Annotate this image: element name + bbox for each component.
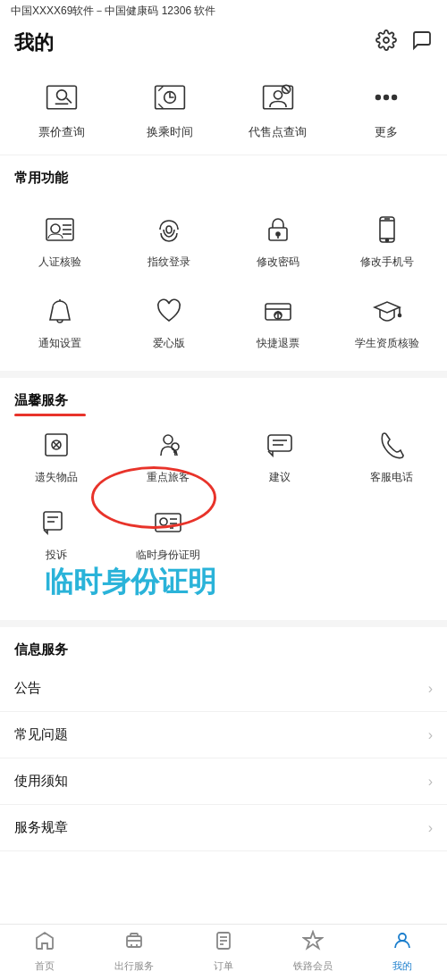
key-passenger-label: 重点旅客 [147, 470, 190, 485]
faq-label: 常见问题 [14, 726, 68, 743]
func-quick-refund[interactable]: 快捷退票 [225, 282, 331, 360]
ticket-price-label: 票价查询 [38, 124, 85, 140]
annotation-text-row: 临时身份证明 [0, 572, 447, 616]
svg-point-38 [172, 443, 179, 450]
func-suggestion[interactable]: 建议 [224, 416, 335, 494]
svg-rect-44 [44, 512, 62, 530]
quick-refund-icon [258, 291, 298, 331]
func-id-verify[interactable]: 人证核验 [7, 201, 113, 279]
agent-label: 代售点查询 [249, 124, 307, 140]
warm-services-section: 温馨服务 [0, 371, 447, 572]
list-item-notice[interactable]: 公告 › [0, 666, 447, 712]
svg-point-60 [399, 934, 406, 941]
temp-id-label: 临时身份证明 [136, 548, 200, 563]
func-fingerprint[interactable]: 指纹登录 [116, 201, 222, 279]
quick-action-more[interactable]: 更多 [342, 76, 431, 140]
nav-home[interactable]: 首页 [0, 930, 89, 973]
common-functions-grid: 人证核验 指纹登录 [0, 194, 447, 367]
quick-action-transfer-time[interactable]: 换乘时间 [125, 76, 215, 140]
key-passenger-icon [148, 425, 188, 465]
info-services-title: 信息服务 [0, 627, 447, 666]
profile-label: 我的 [392, 959, 412, 973]
suggestion-label: 建议 [269, 470, 291, 485]
warm-services-title: 温馨服务 [0, 378, 447, 416]
lost-item-icon [37, 425, 76, 465]
instructions-arrow: › [428, 774, 433, 790]
lost-item-label: 遗失物品 [35, 470, 78, 485]
transfer-time-icon [148, 76, 191, 119]
func-key-passenger[interactable]: 重点旅客 [112, 416, 224, 494]
func-complaint[interactable]: 投诉 [0, 494, 112, 572]
func-temp-id[interactable]: 临时身份证明 [112, 494, 224, 572]
student-verify-icon [367, 291, 407, 331]
more-icon [365, 76, 408, 119]
list-item-rules[interactable]: 服务规章 › [0, 805, 447, 851]
notice-arrow: › [428, 681, 433, 697]
notice-label: 公告 [14, 680, 41, 697]
list-item-instructions[interactable]: 使用须知 › [0, 758, 447, 805]
func-heart[interactable]: 爱心版 [116, 282, 222, 360]
order-label: 订单 [214, 959, 233, 973]
svg-point-20 [276, 232, 280, 236]
func-change-phone[interactable]: 修改手机号 [334, 201, 440, 279]
svg-line-4 [66, 98, 71, 103]
rules-arrow: › [428, 820, 433, 836]
service-phone-label: 客服电话 [370, 470, 413, 485]
quick-refund-label: 快捷退票 [257, 336, 299, 351]
id-verify-icon [40, 210, 80, 249]
suggestion-icon [260, 425, 299, 465]
member-icon [302, 930, 324, 957]
complaint-label: 投诉 [46, 548, 67, 563]
svg-rect-47 [156, 514, 181, 532]
rules-label: 服务规章 [14, 819, 68, 836]
status-bar: 中国XXXX69软件－中国健康码 12306 软件 [0, 0, 447, 22]
agent-search-icon [257, 76, 299, 119]
warm-services-rows: 遗失物品 [0, 416, 447, 572]
nav-travel[interactable]: 出行服务 [89, 930, 179, 973]
func-student-verify[interactable]: 学生资质核验 [334, 282, 440, 360]
transfer-time-label: 换乘时间 [147, 124, 193, 140]
svg-point-37 [164, 435, 173, 444]
nav-member[interactable]: 铁路会员 [268, 930, 358, 973]
travel-label: 出行服务 [114, 959, 154, 973]
service-phone-icon [372, 425, 411, 465]
main-content: 中国XXXX69软件－中国健康码 12306 软件 我的 [0, 0, 447, 914]
func-change-password[interactable]: 修改密码 [225, 201, 331, 279]
heart-icon [149, 291, 189, 331]
travel-icon [123, 930, 145, 957]
faq-arrow: › [428, 727, 433, 743]
instructions-label: 使用须知 [14, 773, 68, 790]
home-label: 首页 [35, 959, 55, 973]
notification-icon [40, 291, 80, 331]
settings-icon[interactable] [375, 29, 397, 56]
svg-point-48 [160, 518, 167, 525]
svg-point-25 [386, 239, 389, 242]
func-lost-item[interactable]: 遗失物品 [0, 416, 112, 494]
svg-point-12 [384, 96, 388, 100]
svg-point-8 [274, 91, 282, 99]
list-item-faq[interactable]: 常见问题 › [0, 712, 447, 758]
fingerprint-label: 指纹登录 [148, 255, 190, 270]
nav-order[interactable]: 订单 [179, 930, 268, 973]
id-verify-label: 人证核验 [38, 255, 81, 270]
func-notification[interactable]: 通知设置 [7, 282, 113, 360]
complaint-icon [37, 503, 76, 542]
info-services-section: 信息服务 公告 › 常见问题 › 使用须知 › 服务规章 › [0, 620, 447, 851]
quick-actions-row: 票价查询 换乘时间 [0, 65, 447, 155]
nav-profile[interactable]: 我的 [358, 930, 447, 973]
svg-point-15 [51, 224, 60, 233]
nav-icons [375, 29, 433, 56]
more-label: 更多 [375, 124, 398, 140]
quick-action-agent[interactable]: 代售点查询 [233, 76, 323, 140]
message-icon[interactable] [411, 29, 433, 56]
home-icon [34, 930, 55, 957]
quick-action-ticket-price[interactable]: 票价查询 [17, 76, 106, 140]
heart-label: 爱心版 [153, 336, 185, 351]
status-bar-title: 中国XXXX69软件－中国健康码 12306 软件 [11, 4, 215, 19]
func-service-phone[interactable]: 客服电话 [335, 416, 447, 494]
info-list: 公告 › 常见问题 › 使用须知 › 服务规章 › [0, 666, 447, 851]
svg-point-2 [56, 90, 66, 100]
svg-point-32 [399, 314, 401, 317]
change-password-icon [258, 210, 298, 249]
ticket-search-icon [40, 76, 83, 119]
